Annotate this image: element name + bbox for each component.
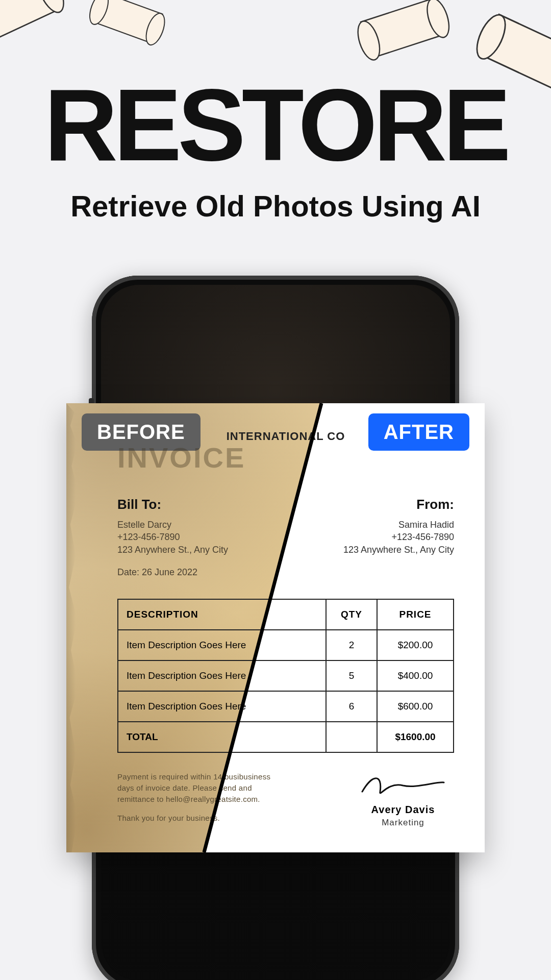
from-label: From: bbox=[343, 497, 454, 512]
table-row: Item Description Goes Here 5 $400.00 bbox=[118, 660, 454, 691]
invoice-content: INTERNATIONAL CO INVOICE Bill To: Estell… bbox=[66, 403, 485, 852]
cell-price: $400.00 bbox=[377, 660, 454, 691]
col-price: PRICE bbox=[377, 599, 454, 630]
cell-price: $200.00 bbox=[377, 630, 454, 660]
signatory-role: Marketing bbox=[352, 818, 454, 828]
table-row: Item Description Goes Here 6 $600.00 bbox=[118, 691, 454, 722]
signature-block: Avery Davis Marketing bbox=[352, 771, 454, 828]
table-row: Item Description Goes Here 2 $200.00 bbox=[118, 630, 454, 660]
signatory-name: Avery Davis bbox=[352, 804, 454, 816]
total-price: $1600.00 bbox=[377, 722, 454, 752]
hero-title: RESTORE bbox=[0, 77, 551, 174]
total-qty-blank bbox=[326, 722, 377, 752]
bill-to-phone: +123-456-7890 bbox=[117, 531, 228, 543]
bill-to-label: Bill To: bbox=[117, 497, 228, 512]
cell-desc: Item Description Goes Here bbox=[118, 660, 326, 691]
cell-qty: 2 bbox=[326, 630, 377, 660]
hero-subtitle: Retrieve Old Photos Using AI bbox=[0, 189, 551, 223]
terms-line-2: Thank you for your business. bbox=[117, 813, 281, 824]
table-total-row: TOTAL $1600.00 bbox=[118, 722, 454, 752]
cell-qty: 5 bbox=[326, 660, 377, 691]
hero: RESTORE Retrieve Old Photos Using AI bbox=[0, 0, 551, 223]
cell-price: $600.00 bbox=[377, 691, 454, 722]
cell-qty: 6 bbox=[326, 691, 377, 722]
bill-to-block: Bill To: Estelle Darcy +123-456-7890 123… bbox=[117, 497, 228, 578]
signature-icon bbox=[360, 771, 446, 799]
from-address: 123 Anywhere St., Any City bbox=[343, 544, 454, 556]
bill-to-address: 123 Anywhere St., Any City bbox=[117, 544, 228, 556]
table-header-row: DESCRIPTION QTY PRICE bbox=[118, 599, 454, 630]
cell-desc: Item Description Goes Here bbox=[118, 630, 326, 660]
col-description: DESCRIPTION bbox=[118, 599, 326, 630]
line-items-table: DESCRIPTION QTY PRICE Item Description G… bbox=[117, 599, 454, 753]
col-qty: QTY bbox=[326, 599, 377, 630]
cell-desc: Item Description Goes Here bbox=[118, 691, 326, 722]
from-block: From: Samira Hadid +123-456-7890 123 Any… bbox=[343, 497, 454, 578]
invoice-date: Date: 26 June 2022 bbox=[117, 566, 228, 578]
invoice-title: INVOICE bbox=[117, 441, 454, 474]
parties: Bill To: Estelle Darcy +123-456-7890 123… bbox=[117, 497, 454, 578]
bill-to-name: Estelle Darcy bbox=[117, 519, 228, 531]
from-name: Samira Hadid bbox=[343, 519, 454, 531]
total-label: TOTAL bbox=[118, 722, 326, 752]
invoice-card: BEFORE AFTER INTERNATIONAL CO INVOICE Bi… bbox=[66, 403, 485, 852]
payment-terms: Payment is required within 14 busibusine… bbox=[117, 771, 281, 828]
invoice-footer: Payment is required within 14 busibusine… bbox=[117, 771, 454, 828]
from-phone: +123-456-7890 bbox=[343, 531, 454, 543]
terms-line-1: Payment is required within 14 busibusine… bbox=[117, 771, 281, 804]
